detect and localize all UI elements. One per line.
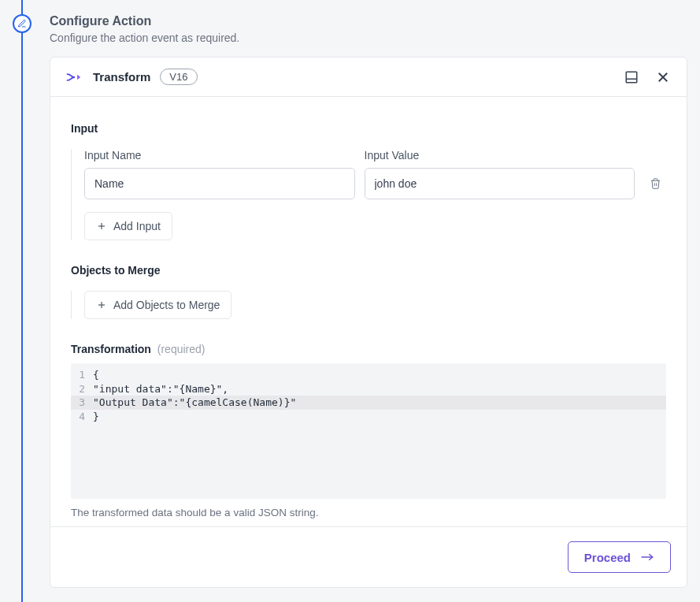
transform-label: Transform (93, 70, 150, 84)
step-title: Configure Action (50, 14, 687, 28)
required-tag: (required) (157, 343, 206, 355)
line-number: 4 (71, 410, 93, 424)
input-section: Input Name Input Value Add (71, 149, 666, 240)
code-editor[interactable]: 1{2"input data":"{Name}",3"Output Data":… (71, 363, 666, 499)
step-node-icon (13, 14, 31, 33)
proceed-label: Proceed (584, 551, 631, 564)
add-merge-button[interactable]: Add Objects to Merge (84, 291, 231, 319)
add-input-button[interactable]: Add Input (84, 212, 172, 240)
input-name-field[interactable] (84, 168, 355, 199)
code-line[interactable]: 1{ (71, 368, 666, 382)
svg-rect-0 (626, 72, 637, 83)
step-subtitle: Configure the action event as required. (50, 32, 687, 44)
transformation-hint: The transformed data should be a valid J… (71, 507, 666, 518)
input-value-field[interactable] (365, 168, 635, 199)
input-section-label: Input (71, 122, 666, 135)
delete-row-icon[interactable] (650, 177, 661, 190)
merge-section: Add Objects to Merge (71, 291, 666, 319)
code-line[interactable]: 4} (71, 410, 666, 424)
timeline-line (21, 0, 23, 602)
code-text: } (93, 410, 666, 424)
plus-icon (96, 221, 107, 232)
code-line[interactable]: 2"input data":"{Name}", (71, 382, 666, 396)
merge-section-label: Objects to Merge (71, 264, 666, 277)
version-badge[interactable]: V16 (160, 69, 197, 85)
transformation-section: Transformation (required) 1{2"input data… (71, 343, 666, 518)
code-text: { (93, 368, 666, 382)
arrow-right-icon (640, 552, 654, 562)
card-header: Transform V16 (50, 58, 687, 97)
code-text: "Output Data":"{camelCase(Name)}" (93, 396, 666, 410)
panel-icon[interactable] (624, 69, 639, 85)
transform-icon (66, 71, 83, 84)
add-merge-label: Add Objects to Merge (113, 299, 220, 311)
input-name-label: Input Name (84, 149, 355, 162)
input-value-label: Input Value (365, 149, 635, 162)
close-icon[interactable] (655, 69, 671, 85)
line-number: 1 (71, 368, 93, 382)
card-footer: Proceed (50, 526, 687, 587)
config-card: Transform V16 Input Input Name (50, 57, 687, 588)
input-row: Input Name Input Value (84, 149, 666, 199)
line-number: 2 (71, 382, 93, 396)
plus-icon (96, 299, 107, 310)
code-line[interactable]: 3"Output Data":"{camelCase(Name)}" (71, 396, 666, 410)
transformation-label: Transformation (71, 343, 151, 355)
code-text: "input data":"{Name}", (93, 382, 666, 396)
add-input-label: Add Input (113, 220, 161, 232)
proceed-button[interactable]: Proceed (568, 541, 671, 573)
line-number: 3 (71, 396, 93, 410)
